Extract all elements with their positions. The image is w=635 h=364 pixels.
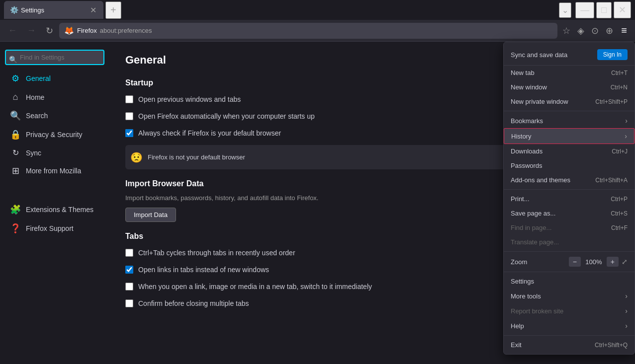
sidebar-label-search: Search <box>26 112 48 120</box>
find-settings-input[interactable] <box>5 50 104 65</box>
confirm-close-label: Confirm before closing multiple tabs <box>138 299 249 307</box>
zoom-out-button[interactable]: − <box>569 257 581 267</box>
default-check-checkbox[interactable] <box>125 129 133 137</box>
history-label: History <box>511 133 531 140</box>
sidebar-item-extensions[interactable]: 🧩 Extensions & Themes <box>2 200 107 219</box>
menu-item-new-private[interactable]: New private window Ctrl+Shift+P <box>504 94 635 109</box>
switch-tab-label: When you open a link, image or media in … <box>138 283 372 291</box>
menu-item-find-page: Find in page... Ctrl+F <box>504 220 635 235</box>
menu-item-more-tools[interactable]: More tools › <box>504 289 635 303</box>
forward-button[interactable]: → <box>23 23 40 38</box>
sidebar-label-privacy: Privacy & Security <box>26 131 83 139</box>
new-tab-button[interactable]: + <box>105 1 121 19</box>
menu-item-new-window[interactable]: New window Ctrl+N <box>504 80 635 94</box>
sidebar-item-mozilla[interactable]: ⊞ More from Mozilla <box>2 161 107 180</box>
main-area: 🔍 ⚙ General ⌂ Home 🔍 Search 🔒 Privacy & … <box>0 42 635 364</box>
menu-item-passwords[interactable]: Passwords <box>504 158 635 173</box>
import-data-button[interactable]: Import Data <box>125 208 176 222</box>
minimize-button[interactable]: — <box>575 2 594 18</box>
new-window-shortcut: Ctrl+N <box>611 84 628 91</box>
menu-item-settings[interactable]: Settings <box>504 274 635 289</box>
tab-title: Settings <box>21 6 86 14</box>
menu-item-save-page[interactable]: Save page as... Ctrl+S <box>504 206 635 220</box>
sidebar-label-extensions: Extensions & Themes <box>26 206 93 214</box>
ctrl-tab-label: Ctrl+Tab cycles through tabs in recently… <box>138 249 295 257</box>
menu-item-bookmarks[interactable]: Bookmarks › <box>504 113 635 128</box>
menu-item-addons[interactable]: Add-ons and themes Ctrl+Shift+A <box>504 173 635 187</box>
divider-1 <box>504 111 635 111</box>
sidebar-item-general[interactable]: ⚙ General <box>2 69 107 88</box>
auto-open-checkbox[interactable] <box>125 112 133 120</box>
new-tab-label: New tab <box>511 69 535 76</box>
print-shortcut: Ctrl+P <box>611 196 628 203</box>
menu-item-downloads[interactable]: Downloads Ctrl+J <box>504 144 635 158</box>
translate-label: Translate page... <box>511 238 559 246</box>
sidebar-label-home: Home <box>26 93 44 101</box>
help-label: Help <box>511 322 524 330</box>
zoom-controls: − 100% + ⤢ <box>569 257 628 267</box>
tab-list-button[interactable]: ⌄ <box>559 2 571 18</box>
save-page-shortcut: Ctrl+S <box>611 210 628 217</box>
mozilla-icon: ⊞ <box>10 165 21 176</box>
maximize-button[interactable]: □ <box>596 2 612 18</box>
prev-windows-checkbox[interactable] <box>125 95 133 103</box>
history-arrow-icon: › <box>625 132 627 140</box>
site-name: Firefox <box>77 27 97 34</box>
address-url: about:preferences <box>100 27 152 34</box>
menu-item-print[interactable]: Print... Ctrl+P <box>504 192 635 206</box>
reload-button[interactable]: ↻ <box>42 23 57 38</box>
confirm-close-checkbox[interactable] <box>125 299 133 307</box>
nav-bar: ← → ↻ 🦊 Firefox about:preferences ☆ ◈ ⊙ … <box>0 20 635 42</box>
warning-emoji-icon: 😟 <box>130 151 143 163</box>
switch-tab-checkbox[interactable] <box>125 283 133 291</box>
support-icon: ❓ <box>10 223 21 234</box>
new-window-label: New window <box>511 83 547 91</box>
sidebar-item-search[interactable]: 🔍 Search <box>2 106 107 125</box>
addons-shortcut: Ctrl+Shift+A <box>595 177 628 184</box>
default-warning-text: Firefox is not your default browser <box>148 153 549 161</box>
ctrl-tab-checkbox[interactable] <box>125 249 133 257</box>
menu-item-history[interactable]: History › <box>504 128 635 144</box>
sidebar-item-support[interactable]: ❓ Firefox Support <box>2 219 107 238</box>
zoom-in-button[interactable]: + <box>607 257 619 267</box>
print-label: Print... <box>511 195 530 203</box>
tab-favicon: ⚙️ <box>10 6 18 14</box>
sidebar-label-sync: Sync <box>26 149 41 157</box>
more-tools-label: More tools <box>511 292 541 300</box>
profile-button[interactable]: ⊙ <box>588 23 602 38</box>
sidebar-item-home[interactable]: ⌂ Home <box>2 88 107 106</box>
hamburger-dropdown-menu: Sync and save data Sign In New tab Ctrl+… <box>503 42 635 355</box>
zoom-expand-button[interactable]: ⤢ <box>622 258 628 266</box>
more-tools-arrow-icon: › <box>625 292 628 300</box>
close-window-button[interactable]: ✕ <box>614 1 631 18</box>
sidebar-item-privacy[interactable]: 🔒 Privacy & Security <box>2 125 107 144</box>
sidebar-label-general: General <box>26 74 51 82</box>
new-private-shortcut: Ctrl+Shift+P <box>595 98 628 105</box>
pocket-button[interactable]: ◈ <box>574 23 587 38</box>
tab-item-settings[interactable]: ⚙️ Settings ✕ <box>4 1 103 19</box>
menu-item-help[interactable]: Help › <box>504 318 635 333</box>
find-page-shortcut: Ctrl+F <box>611 224 628 231</box>
divider-4 <box>504 272 635 272</box>
tab-close-button[interactable]: ✕ <box>89 4 97 16</box>
back-button[interactable]: ← <box>4 23 21 38</box>
new-private-label: New private window <box>511 98 568 105</box>
extensions-button[interactable]: ⊕ <box>603 23 616 38</box>
sign-in-button[interactable]: Sign In <box>597 49 628 60</box>
sidebar-item-sync[interactable]: ↻ Sync <box>2 144 107 161</box>
bookmarks-arrow-icon: › <box>625 117 628 125</box>
menu-item-new-tab[interactable]: New tab Ctrl+T <box>504 66 635 80</box>
bookmarks-label: Bookmarks <box>511 117 543 125</box>
settings-label: Settings <box>511 278 534 285</box>
hamburger-menu-button[interactable]: ≡ <box>617 23 631 38</box>
zoom-value: 100% <box>584 258 604 266</box>
new-tab-shortcut: Ctrl+T <box>611 70 628 76</box>
open-links-checkbox[interactable] <box>125 266 133 274</box>
address-bar[interactable]: 🦊 Firefox about:preferences <box>59 23 557 39</box>
exit-shortcut: Ctrl+Shift+Q <box>595 342 628 349</box>
menu-header: Sync and save data Sign In <box>504 44 635 66</box>
exit-label: Exit <box>511 341 522 349</box>
menu-item-exit[interactable]: Exit Ctrl+Shift+Q <box>504 338 635 352</box>
sync-icon: ↻ <box>10 148 21 157</box>
bookmark-star-button[interactable]: ☆ <box>559 23 573 38</box>
